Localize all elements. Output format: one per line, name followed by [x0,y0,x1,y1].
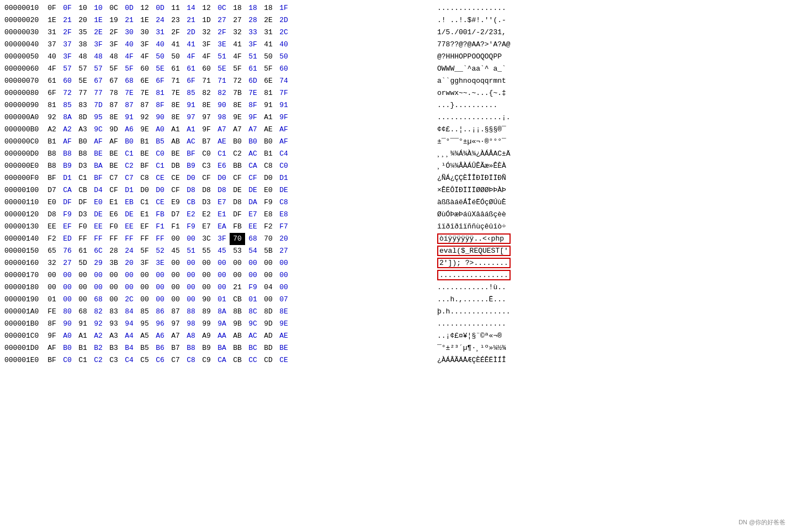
hex-byte: CC [245,354,261,366]
hex-byte: C8 [183,354,199,366]
hex-byte: A6 [121,124,137,136]
hex-byte: C1 [214,148,230,160]
hex-byte: 23 [168,14,183,26]
hex-byte: 00 [106,294,121,306]
hex-byte: 81 [261,87,276,99]
table-row: 0000019001000068002C000000009001CB010007… [0,294,791,306]
hex-byte: EA [214,221,230,233]
hex-byte: 41 [261,39,276,51]
hex-byte: A2 [91,330,106,342]
hex-byte: BF [44,354,60,366]
hex-bytes-section: 403F4848484F4F50504F4F514F515050 [44,51,431,63]
hex-byte: E2 [183,209,199,221]
hex-byte: E0 [261,184,276,196]
hex-byte: 00 [261,294,276,306]
hex-byte: B8 [75,148,91,160]
hex-byte: AC [183,136,199,148]
hex-byte: FB [230,221,245,233]
hex-byte: A0 [152,124,168,136]
hex-byte: C1 [75,172,91,184]
hex-byte: 6E [261,75,276,87]
hex-byte: 21 [230,281,245,294]
hex-byte: E7 [199,221,214,233]
hex-byte: 5F [230,63,245,75]
ascii-section: ¸¹Ó¼¾ÂÀÁÛÊÃæ»ÊÈÀ [431,160,791,172]
offset-label: 00000110 [0,196,44,209]
hex-byte: F1 [152,221,168,233]
hex-byte: 00 [230,257,245,269]
hex-byte: 37 [44,39,60,51]
offset-label: 00000130 [0,221,44,233]
ascii-section: @?HHHOPPOOQOQPP [431,51,791,63]
hex-byte: FF [121,233,137,245]
hex-byte: 8E [168,111,183,124]
table-row: 00000120D8F9D3DEE6DEE1FBD7E2E2E1DFE7E8E8… [0,209,791,221]
hex-byte: 00 [137,269,152,281]
hex-byte: 9E [137,124,152,136]
hex-byte: F7 [276,221,291,233]
hex-byte: 38 [75,39,91,51]
hex-byte: 71 [214,75,230,87]
ascii-section: àßßàáëÁÎéËÓçØÚùÈ [431,196,791,209]
hex-byte: CA [60,184,75,196]
table-row: 000000806F727777787E7E817E8582827B7E817F… [0,87,791,99]
hex-byte: 9F [245,111,261,124]
hex-byte: 3F [106,39,121,51]
hex-byte: C2 [91,354,106,366]
hex-byte: BA [91,160,106,172]
hex-byte: 51 [183,245,199,257]
hex-byte: 00 [199,281,214,294]
offset-label: 00000040 [0,39,44,51]
hex-byte: 8A [60,111,75,124]
hex-byte: 4F [44,63,60,75]
offset-label: 00000010 [0,2,44,14]
hex-byte: 40 [44,51,60,63]
hex-byte: 5D [75,257,91,269]
hex-byte: C4 [276,148,291,160]
hex-byte: AF [91,136,106,148]
table-row: 000000604F5757575F5F605E6161605E5F615F60… [0,63,791,75]
table-row: 00000030312F352E2F3030312F2D322F3233312C… [0,26,791,39]
hex-byte: 00 [168,257,183,269]
hex-byte: 18 [261,2,276,14]
hex-byte: 32 [44,257,60,269]
hex-byte: CA [214,354,230,366]
table-row: 000000D0B8B8B8BEBEC1BEC0BEBFC0C1C2ACB1C4… [0,148,791,160]
hex-byte: DB [168,160,183,172]
hex-byte: 8D [75,111,91,124]
hex-byte: D7 [44,184,60,196]
hex-byte: AF [276,136,291,148]
hex-byte: 82 [91,306,106,318]
hex-bytes-section: 00000000000000000000000000000000 [44,269,431,281]
hex-byte: E0 [91,196,106,209]
hex-byte: 91 [75,318,91,330]
hex-byte: 27 [230,14,245,26]
hex-byte: 84 [121,306,137,318]
hex-byte: 00 [214,257,230,269]
ascii-section: ±¯°¯¯°±µ«¬·®°°°¯ [431,136,791,148]
hex-byte: 18 [245,2,261,14]
hex-byte: 8F [44,318,60,330]
hex-byte: DE [91,209,106,221]
hex-byte: 1E [91,14,106,26]
hex-bytes-section: BFD1C1BFC7C7C8CECED0CFD0CFCFD0D1 [44,172,431,184]
hex-byte: 50 [168,51,183,63]
hex-byte: D3 [199,196,214,209]
hex-bytes-section: 0F0F10100C0D120D1114120C1818181F [44,2,431,14]
ascii-section: ................ [431,318,791,330]
hex-bytes-section: 00000000000000000000000021F90400 [44,281,431,294]
hex-byte: D7 [168,209,183,221]
hex-byte: A3 [75,124,91,136]
hex-byte: AB [168,136,183,148]
hex-byte: CA [245,160,261,172]
hex-byte: B9 [60,160,75,172]
hex-byte: 61 [75,245,91,257]
hex-byte: 8D [261,306,276,318]
hex-byte: DF [75,196,91,209]
table-row: 000000403737383F3F403F4041413F3E413F4140… [0,39,791,51]
hex-byte: 8A [214,306,230,318]
hex-byte: FB [152,209,168,221]
hex-byte: 50 [261,51,276,63]
hex-byte: C0 [276,160,291,172]
offset-label: 00000140 [0,233,44,245]
